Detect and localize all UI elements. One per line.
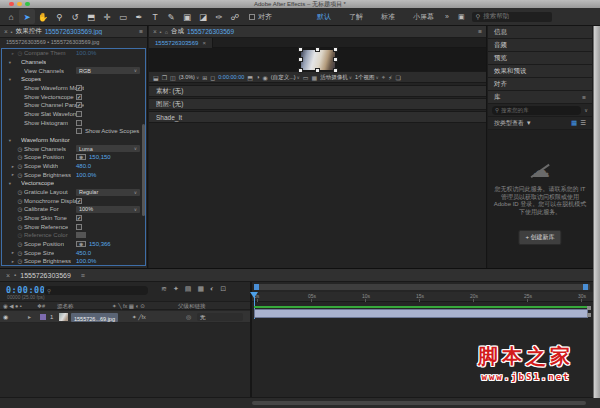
timeline-flowchart-icon[interactable]: ❏	[395, 74, 400, 81]
numeric-value[interactable]: 100.0%	[76, 258, 96, 264]
property-checkbox[interactable]: ✓	[76, 215, 82, 221]
parent-pickwhip-icon[interactable]: ◎	[186, 311, 191, 323]
timeline-option-icon-3[interactable]: ▤	[185, 285, 192, 293]
workspace-switcher-icon[interactable]: ▣	[458, 13, 465, 21]
show-channel-icon[interactable]: ◉	[263, 74, 268, 81]
hand-tool-icon[interactable]: ✋	[35, 9, 51, 24]
position-value[interactable]: 150,150	[89, 154, 111, 160]
workspace-tab-标准[interactable]: 标准	[372, 9, 404, 25]
property-dropdown[interactable]: 100%∨	[76, 206, 140, 213]
property-checkbox[interactable]	[76, 111, 82, 117]
panel-menu-icon[interactable]: ≡	[582, 94, 586, 101]
eraser-tool-icon[interactable]: ◪	[195, 9, 211, 24]
snapshot-icon[interactable]: ⬒	[247, 74, 253, 81]
rotate-tool-icon[interactable]: ↺	[67, 9, 83, 24]
stopwatch-icon[interactable]: ◷	[16, 224, 24, 230]
view-by-type-dropdown[interactable]: 按类型查看 ▼	[494, 119, 532, 128]
view-layout-dropdown[interactable]: 1个视图∨	[355, 74, 379, 81]
home-tool-icon[interactable]: ⌂	[3, 9, 19, 24]
shape-tool-icon[interactable]: ▭	[115, 9, 131, 24]
property-checkbox[interactable]	[76, 120, 82, 126]
layer-row[interactable]: ◉ ▸ 1 1555726...69.jpg ✦ ╱fx ◎ 无 ∨	[0, 311, 250, 323]
transparency-grid-icon[interactable]: ▦	[312, 74, 318, 81]
numeric-value[interactable]: 100.0%	[76, 172, 96, 178]
color-swatch[interactable]	[76, 232, 86, 238]
layer-duration-bar[interactable]	[254, 309, 588, 318]
stopwatch-icon[interactable]: ◷	[16, 232, 24, 238]
search-scope-caret-icon[interactable]: ∨	[584, 107, 588, 113]
work-area-end-handle[interactable]	[583, 284, 588, 290]
effect-controls-header[interactable]: × ▪ 效果控件 1555726303569.jpg ≡	[0, 26, 147, 38]
libraries-search-box[interactable]: ⚲ 搜索您的库	[492, 106, 581, 115]
timeline-right-button[interactable]	[587, 313, 591, 317]
layer-visibility-icon[interactable]: ◉	[3, 311, 8, 323]
panel-tab-效果和预设[interactable]: 效果和预设	[488, 65, 592, 78]
stopwatch-icon[interactable]: ◷	[16, 50, 24, 56]
work-area-start-handle[interactable]	[254, 284, 259, 290]
snap-toggle[interactable]: 对齐	[249, 12, 272, 22]
current-time[interactable]: 0:00:00:00	[218, 74, 244, 80]
timeline-search-box[interactable]: ⚲	[44, 286, 148, 295]
preview-quality-icon[interactable]: ⬓	[153, 74, 159, 81]
layer-name[interactable]: 1555726...69.jpg	[71, 313, 118, 322]
stopwatch-icon[interactable]: ◷	[16, 215, 24, 221]
list-view-icon[interactable]: ☰	[580, 119, 586, 127]
stopwatch-icon[interactable]: ◷	[16, 241, 24, 247]
grid-guides-icon[interactable]: ⊞	[202, 74, 207, 81]
pan-behind-tool-icon[interactable]: ✛	[99, 9, 115, 24]
panel-menu-icon[interactable]: ≡	[478, 28, 482, 35]
camera-view-dropdown[interactable]: 活动摄像机∨	[320, 74, 352, 81]
property-checkbox[interactable]: ✓	[76, 198, 82, 204]
libraries-panel-header[interactable]: 库 ≡	[488, 91, 592, 104]
type-tool-icon[interactable]: T	[147, 9, 163, 24]
selection-handle[interactable]	[299, 69, 302, 72]
timeline-option-icon-6[interactable]: ⊡	[220, 285, 226, 293]
snap-checkbox[interactable]	[249, 14, 255, 20]
anchor-point-icon[interactable]: ⊕	[76, 241, 86, 247]
scrollbar-thumb[interactable]	[252, 401, 586, 405]
stopwatch-icon[interactable]: ◷	[16, 172, 24, 178]
work-area-bar[interactable]	[254, 284, 590, 290]
timeline-option-icon-1[interactable]: ≋	[161, 285, 167, 293]
parent-dropdown[interactable]: 无 ∨	[197, 313, 243, 321]
stopwatch-icon[interactable]: ◷	[16, 198, 24, 204]
panel-header-3[interactable]: Shade_It	[149, 111, 486, 123]
zoom-window-button[interactable]	[25, 2, 30, 7]
selection-tool-icon[interactable]: ➤	[19, 9, 35, 24]
stopwatch-icon[interactable]: ◷	[16, 206, 24, 212]
panel-tab-对齐[interactable]: 对齐	[488, 78, 592, 91]
clone-stamp-tool-icon[interactable]: ▣	[179, 9, 195, 24]
anchor-point-icon[interactable]: ⊕	[76, 154, 86, 160]
pixel-aspect-icon[interactable]: ⌖	[382, 74, 385, 81]
viewer-tab-close-icon[interactable]: ×	[202, 40, 206, 46]
layer-label-color[interactable]	[40, 314, 46, 320]
stopwatch-icon[interactable]: ◷	[16, 146, 24, 152]
stopwatch-icon[interactable]: ◷	[16, 258, 24, 264]
close-panel-icon[interactable]: ×	[153, 28, 157, 35]
camera-tool-icon[interactable]: ⬒	[83, 9, 99, 24]
roi-icon[interactable]: ▭	[303, 74, 309, 81]
property-checkbox[interactable]: ✓	[76, 85, 82, 91]
property-dropdown[interactable]: RGB∨	[76, 67, 140, 74]
workspace-tab-小屏幕[interactable]: 小屏幕	[404, 9, 443, 25]
twirl-icon[interactable]: ▾	[7, 77, 13, 82]
numeric-value[interactable]: 100.0%	[76, 50, 96, 56]
position-value[interactable]: 150,366	[89, 241, 111, 247]
time-ruler[interactable]: 0s05s10s15s20s25s30s	[252, 292, 594, 302]
selection-handle[interactable]	[334, 69, 337, 72]
layer-twirl-icon[interactable]: ▸	[28, 311, 31, 323]
workspace-overflow-button[interactable]: »	[445, 13, 449, 20]
close-window-button[interactable]	[9, 2, 14, 7]
stopwatch-icon[interactable]: ◷	[16, 163, 24, 169]
resolution-dropdown[interactable]: (自定义...)∨	[271, 74, 300, 81]
panel-tab-信息[interactable]: 信息	[488, 26, 592, 39]
selection-handle[interactable]	[299, 58, 302, 61]
selection-handle[interactable]	[299, 48, 302, 51]
mask-visibility-icon[interactable]: ◫	[170, 74, 176, 81]
composition-panel-header[interactable]: × ▪ ⌂ 合成 1555726303569 ≡	[149, 26, 486, 38]
timeline-option-icon-4[interactable]: ▦	[197, 285, 204, 293]
timeline-option-icon-2[interactable]: ✦	[173, 285, 179, 293]
selection-handle[interactable]	[334, 48, 337, 51]
twirl-icon[interactable]: ▾	[7, 60, 13, 65]
numeric-value[interactable]: 480.0	[76, 163, 91, 169]
